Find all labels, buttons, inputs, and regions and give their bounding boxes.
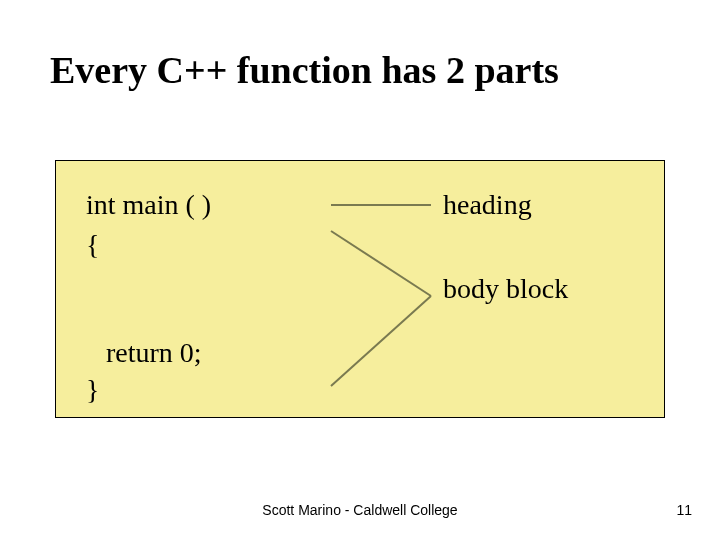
slide-title: Every C++ function has 2 parts [50,48,559,92]
label-body-block: body block [443,273,568,305]
svg-line-1 [331,231,431,296]
code-example-box: int main ( ) { return 0; } heading body … [55,160,665,418]
svg-line-2 [331,296,431,386]
footer-text: Scott Marino - Caldwell College [0,502,720,518]
code-line-declaration: int main ( ) [86,189,211,221]
code-line-close-brace: } [86,374,99,406]
code-line-open-brace: { [86,229,99,261]
page-number: 11 [676,502,692,518]
code-line-return: return 0; [106,337,202,369]
label-heading: heading [443,189,532,221]
